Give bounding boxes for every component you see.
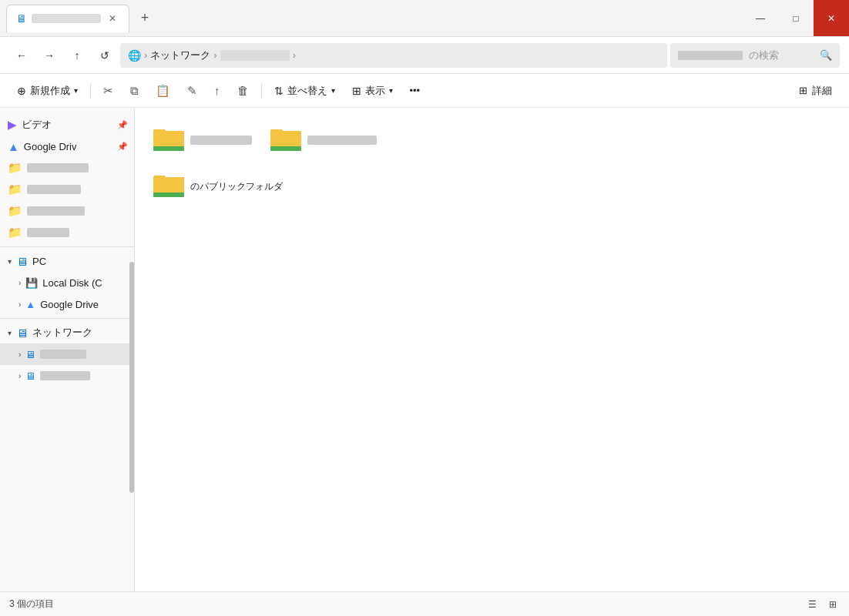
pc-icon: 🖥	[16, 255, 28, 268]
sidebar-network-header[interactable]: ▾ 🖥 ネットワーク	[0, 322, 134, 343]
sidebar-item-blurred3[interactable]: 📁	[0, 200, 134, 222]
sidebar-googledrive2-label: Google Drive	[40, 299, 99, 310]
delete-icon: 🗑	[237, 84, 249, 97]
svg-rect-11	[153, 192, 184, 197]
sidebar-blurred-label-1	[27, 163, 89, 172]
detail-button[interactable]: ⊞ 詳細	[791, 79, 840, 103]
sidebar: ▶ ビデオ 📌 ▲ Google Driv 📌 📁 📁 📁 📁	[0, 108, 135, 591]
folder-icon-wrap-2	[270, 126, 301, 154]
toolbar: ⊕ 新規作成 ▾ ✂ ⧉ 📋 ✎ ↑ 🗑 ⇅ 並べ替え ▾ ⊞ 表示 ▾ •••…	[0, 74, 849, 108]
cut-button[interactable]: ✂	[96, 79, 121, 103]
sidebar-item-blurred2[interactable]: 📁	[0, 179, 134, 200]
sidebar-item-googledrive2[interactable]: › ▲ Google Drive	[0, 293, 134, 315]
sidebar-scrollbar[interactable]	[129, 262, 134, 493]
toolbar-sep-2	[261, 83, 262, 99]
googledrive2-icon: ▲	[25, 299, 35, 310]
forward-button[interactable]: →	[37, 43, 62, 68]
new-button[interactable]: ⊕ 新規作成 ▾	[9, 79, 86, 103]
back-button[interactable]: ←	[9, 43, 34, 68]
main-layout: ▶ ビデオ 📌 ▲ Google Driv 📌 📁 📁 📁 📁	[0, 108, 849, 591]
tab-close-button[interactable]: ✕	[106, 12, 119, 25]
rename-button[interactable]: ✎	[180, 79, 205, 103]
new-label: 新規作成	[30, 84, 70, 98]
folder-item-2[interactable]	[264, 120, 383, 160]
main-tab[interactable]: 🖥 ✕	[6, 5, 129, 32]
copy-icon: ⧉	[130, 84, 139, 98]
close-button[interactable]: ✕	[814, 0, 849, 36]
up-button[interactable]: ↑	[65, 43, 89, 68]
status-bar: 3 個の項目 ☰ ⊞	[0, 591, 849, 616]
copy-button[interactable]: ⧉	[122, 79, 146, 103]
sidebar-pc-header[interactable]: ▾ 🖥 PC	[0, 250, 134, 272]
delete-button[interactable]: 🗑	[230, 79, 257, 103]
sidebar-item-blurred1[interactable]: 📁	[0, 157, 134, 179]
status-right: ☰ ⊞	[805, 596, 840, 613]
network-chevron-icon: ▾	[8, 329, 12, 337]
title-bar: 🖥 ✕ + — □ ✕	[0, 0, 849, 37]
sidebar-item-video[interactable]: ▶ ビデオ 📌	[0, 114, 134, 136]
net-item2-label	[40, 371, 90, 380]
folder-1-name	[190, 136, 252, 145]
folder-item-3[interactable]: のパブリックフォルダ	[147, 166, 289, 206]
new-tab-button[interactable]: +	[133, 6, 157, 31]
more-button[interactable]: •••	[402, 79, 428, 103]
sidebar-item-blurred4[interactable]: 📁	[0, 222, 134, 243]
sidebar-googledrive-label: Google Driv	[24, 141, 77, 152]
net-item1-label	[40, 350, 86, 359]
breadcrumb-network[interactable]: ネットワーク	[150, 49, 210, 62]
refresh-button[interactable]: ↺	[92, 43, 117, 68]
localdisk-icon: 💾	[25, 277, 38, 289]
folder-icon-2: 📁	[8, 182, 22, 196]
sidebar-network-item1[interactable]: › 🖥	[0, 343, 134, 365]
new-chevron: ▾	[74, 86, 78, 95]
share-icon: ↑	[214, 84, 220, 97]
folder-icon-3: 📁	[8, 204, 22, 218]
folder-icon-4: 📁	[8, 226, 22, 239]
svg-rect-2	[153, 131, 184, 148]
sidebar-blurred-label-4	[27, 228, 69, 237]
maximize-button[interactable]: □	[778, 0, 814, 36]
sort-label: 並べ替え	[287, 84, 327, 98]
breadcrumb-computer[interactable]	[220, 50, 290, 61]
network-icon: 🖥	[16, 326, 28, 340]
svg-rect-6	[270, 131, 301, 148]
googledrive2-chevron: ›	[18, 300, 21, 309]
sidebar-item-localdisk[interactable]: › 💾 Local Disk (C	[0, 272, 134, 293]
view-chevron: ▾	[389, 86, 393, 95]
paste-icon: 📋	[156, 84, 170, 98]
search-area[interactable]: の検索 🔍	[670, 43, 840, 68]
sidebar-item-googledrive[interactable]: ▲ Google Driv 📌	[0, 136, 134, 157]
folder-item-1[interactable]	[147, 120, 258, 160]
detail-icon: ⊞	[799, 85, 807, 96]
localdisk-chevron: ›	[18, 279, 21, 287]
pin-icon: 📌	[117, 120, 128, 130]
folder-2-name	[307, 136, 377, 145]
svg-rect-3	[153, 146, 184, 151]
view-button[interactable]: ⊞ 表示 ▾	[344, 79, 401, 103]
folder-icon-wrap-3	[153, 172, 184, 200]
tab-icon: 🖥	[16, 12, 27, 25]
svg-rect-7	[270, 146, 301, 151]
search-icon[interactable]: 🔍	[820, 49, 832, 61]
sort-icon: ⇅	[274, 85, 284, 97]
grid-view-button[interactable]: ⊞	[826, 596, 840, 613]
sidebar-section-network: ▾ 🖥 ネットワーク › 🖥 › 🖥	[0, 318, 134, 387]
folder-icon-wrap-1	[153, 126, 184, 154]
more-icon: •••	[410, 85, 421, 96]
sidebar-network-item2[interactable]: › 🖥	[0, 365, 134, 387]
minimize-button[interactable]: —	[743, 0, 778, 36]
share-button[interactable]: ↑	[206, 79, 228, 103]
net-item1-chevron: ›	[18, 350, 21, 359]
list-view-button[interactable]: ☰	[805, 596, 820, 613]
view-label: 表示	[365, 84, 385, 98]
globe-icon: 🌐	[128, 49, 141, 62]
breadcrumb-sep-2: ›	[213, 49, 216, 61]
sort-button[interactable]: ⇅ 並べ替え ▾	[267, 79, 343, 103]
rename-icon: ✎	[187, 84, 197, 98]
breadcrumb-sep-1: ›	[144, 49, 147, 61]
breadcrumb[interactable]: 🌐 › ネットワーク › ›	[120, 43, 667, 68]
paste-button[interactable]: 📋	[148, 79, 178, 103]
detail-label: 詳細	[812, 84, 832, 98]
svg-rect-10	[153, 177, 184, 194]
item-count: 3 個の項目	[9, 598, 54, 611]
